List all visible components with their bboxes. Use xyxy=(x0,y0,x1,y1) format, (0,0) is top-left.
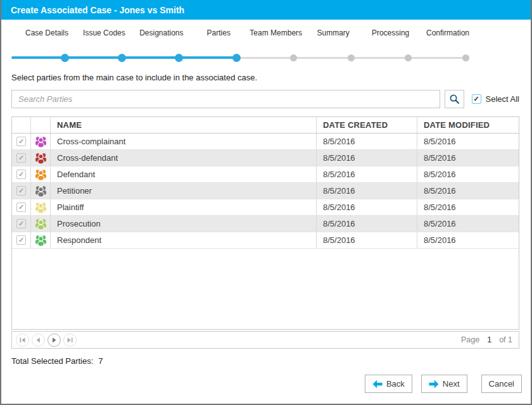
back-button[interactable]: Back xyxy=(365,375,412,393)
table-body: ✓ Cross-complainant 8/5/2016 8/5/2016 ✓ xyxy=(12,134,519,249)
next-page-button[interactable] xyxy=(48,333,61,347)
table-row[interactable]: ✓ Plaintiff 8/5/2016 8/5/2016 xyxy=(12,199,519,216)
previous-page-button[interactable] xyxy=(32,333,45,347)
party-name: Cross-defendant xyxy=(51,150,317,166)
previous-page-icon xyxy=(35,337,41,343)
footer-buttons: Back Next Cancel xyxy=(365,375,522,393)
next-page-icon xyxy=(51,337,57,343)
page-number: 1 xyxy=(487,335,491,344)
date-created: 8/5/2016 xyxy=(317,199,417,215)
next-button[interactable]: Next xyxy=(421,375,467,393)
step-dot-parties xyxy=(232,54,241,62)
dialog-window: Create Associated Case - Jones vs Smith … xyxy=(0,0,532,405)
date-modified: 8/5/2016 xyxy=(417,232,519,248)
table-row[interactable]: ✓ Respondent 8/5/2016 8/5/2016 xyxy=(12,232,519,249)
next-arrow-icon xyxy=(429,380,439,389)
header-checkbox-cell xyxy=(12,117,31,133)
header-date-created[interactable]: DATE CREATED xyxy=(317,117,417,133)
table-row[interactable]: ✓ Prosecution 8/5/2016 8/5/2016 xyxy=(12,216,519,232)
party-group-icon xyxy=(34,201,48,213)
row-checkbox[interactable]: ✓ xyxy=(16,153,26,163)
date-modified: 8/5/2016 xyxy=(417,166,519,182)
total-selected-value: 7 xyxy=(98,356,103,366)
date-created: 8/5/2016 xyxy=(317,150,417,166)
step-label-confirmation: Confirmation xyxy=(421,28,474,38)
step-dot-designations xyxy=(175,54,183,62)
step-dot-processing xyxy=(405,54,412,61)
header-date-modified[interactable]: DATE MODIFIED xyxy=(417,117,519,133)
table-row[interactable]: ✓ Cross-defendant 8/5/2016 8/5/2016 xyxy=(12,150,519,166)
date-modified: 8/5/2016 xyxy=(417,183,519,199)
step-dot-team-members xyxy=(290,54,297,61)
search-row: ✓ Select All xyxy=(11,90,519,108)
party-group-icon xyxy=(34,218,48,230)
last-page-button[interactable] xyxy=(63,333,77,347)
date-modified: 8/5/2016 xyxy=(417,216,519,232)
select-all-label: Select All xyxy=(486,94,519,104)
next-button-label: Next xyxy=(443,379,460,389)
date-created: 8/5/2016 xyxy=(317,166,417,182)
table-row[interactable]: ✓ Petitioner 8/5/2016 8/5/2016 xyxy=(12,183,519,199)
row-checkbox[interactable]: ✓ xyxy=(16,170,26,179)
titlebar: Create Associated Case - Jones vs Smith xyxy=(1,0,531,20)
step-label-parties: Parties xyxy=(192,28,245,38)
date-created: 8/5/2016 xyxy=(317,216,417,232)
date-modified: 8/5/2016 xyxy=(417,134,519,149)
search-button[interactable] xyxy=(445,90,464,108)
total-selected-label: Total Selected Parties: xyxy=(11,356,93,366)
date-created: 8/5/2016 xyxy=(317,134,417,149)
date-modified: 8/5/2016 xyxy=(417,150,519,166)
row-checkbox[interactable]: ✓ xyxy=(16,186,26,196)
step-label-processing: Processing xyxy=(364,28,417,38)
back-button-label: Back xyxy=(386,379,405,389)
step-dot-issue-codes xyxy=(118,54,126,62)
total-selected-parties: Total Selected Parties:7 xyxy=(11,356,531,366)
page-label: Page xyxy=(461,335,479,344)
first-page-icon xyxy=(20,337,25,343)
search-icon xyxy=(449,94,460,104)
party-name: Plaintiff xyxy=(51,199,317,215)
select-all: ✓ Select All xyxy=(472,94,519,104)
instruction-text: Select parties from the main case to inc… xyxy=(11,73,521,82)
parties-grid: NAME DATE CREATED DATE MODIFIED ✓ Cross-… xyxy=(11,116,519,330)
header-icon-cell xyxy=(31,117,51,133)
date-created: 8/5/2016 xyxy=(317,183,417,199)
step-label-designations: Designations xyxy=(135,28,188,38)
page-info: Page 1 of 1 xyxy=(461,335,512,344)
cancel-button-label: Cancel xyxy=(489,379,514,389)
stepper: Case DetailsIssue CodesDesignationsParti… xyxy=(1,20,531,69)
party-group-icon xyxy=(34,168,48,180)
back-arrow-icon xyxy=(372,380,383,389)
party-group-icon xyxy=(34,152,48,164)
party-name: Petitioner xyxy=(51,183,317,199)
step-label-issue-codes: Issue Codes xyxy=(77,28,130,38)
party-name: Cross-complainant xyxy=(51,134,317,149)
table-row[interactable]: ✓ Cross-complainant 8/5/2016 8/5/2016 xyxy=(12,134,519,150)
step-label-team-members: Team Members xyxy=(250,28,303,38)
search-input[interactable] xyxy=(11,90,440,108)
grid-header: NAME DATE CREATED DATE MODIFIED xyxy=(12,117,519,134)
party-group-icon xyxy=(34,135,48,147)
cancel-button[interactable]: Cancel xyxy=(481,375,522,393)
row-checkbox[interactable]: ✓ xyxy=(16,137,26,146)
step-label-summary: Summary xyxy=(307,28,360,38)
dialog-title: Create Associated Case - Jones vs Smith xyxy=(11,5,184,15)
step-label-case-details: Case Details xyxy=(20,28,73,38)
row-checkbox[interactable]: ✓ xyxy=(16,219,26,228)
table-row[interactable]: ✓ Defendant 8/5/2016 8/5/2016 xyxy=(12,166,519,183)
select-all-checkbox[interactable]: ✓ xyxy=(472,94,481,104)
date-created: 8/5/2016 xyxy=(317,232,417,248)
page-of-label: of 1 xyxy=(499,335,512,344)
first-page-button[interactable] xyxy=(16,333,29,347)
date-modified: 8/5/2016 xyxy=(417,199,519,215)
step-dot-case-details xyxy=(61,54,69,62)
party-group-icon xyxy=(34,234,48,246)
party-name: Prosecution xyxy=(51,216,317,232)
pager: Page 1 of 1 xyxy=(11,331,519,349)
party-group-icon xyxy=(34,185,48,197)
step-dot-confirmation xyxy=(462,54,469,61)
party-name: Defendant xyxy=(51,166,317,182)
row-checkbox[interactable]: ✓ xyxy=(16,202,26,212)
header-name[interactable]: NAME xyxy=(51,117,317,133)
row-checkbox[interactable]: ✓ xyxy=(16,235,26,245)
